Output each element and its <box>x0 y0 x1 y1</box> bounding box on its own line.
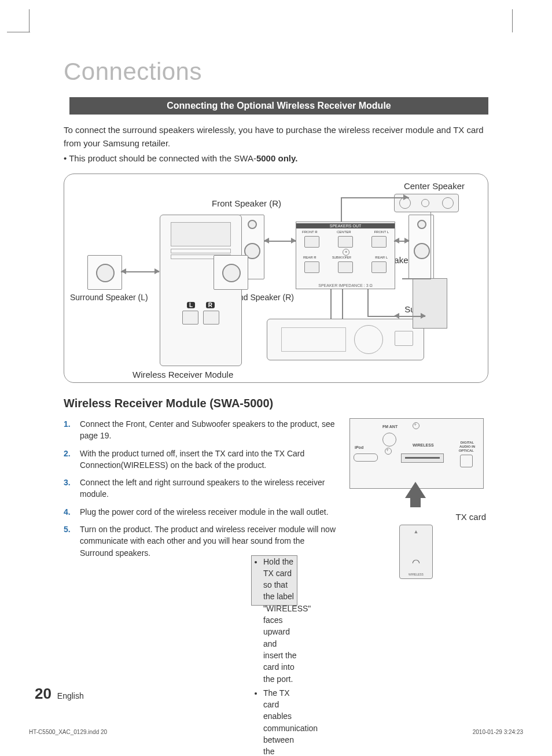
page-language: English <box>57 691 84 700</box>
port-label: SUBWOOFER <box>332 256 351 259</box>
label-center-speaker: Center Speaker <box>404 181 465 191</box>
main-unit-icon <box>267 319 424 360</box>
source-file: HT-C5500_XAC_0129.indd 20 <box>29 729 107 735</box>
step-text: Connect the left and right surround spea… <box>80 478 325 499</box>
label-optical: OPTICAL <box>459 449 474 452</box>
port-label: REAR R <box>303 256 317 259</box>
label-front-r: Front Speaker (R) <box>212 198 281 208</box>
page-title: Connections <box>64 58 517 86</box>
step-subitem: Hold the TX card so that the label "WIRE… <box>263 556 297 685</box>
intro-bullet: • This product should be connected with … <box>64 153 488 163</box>
step-item: Connect the left and right surround spea… <box>64 477 338 500</box>
step-sublist: Hold the TX card so that the label "WIRE… <box>251 555 297 606</box>
tx-card-diagram: FM ANT iPod WIRELESS DIGITAL AUDIO IN OP… <box>349 418 488 579</box>
port-label: FRONT L <box>374 230 389 234</box>
surround-r-speaker-icon <box>214 255 248 290</box>
subwoofer-icon <box>413 278 447 329</box>
wireless-receiver-icon: L R <box>160 215 242 366</box>
step-item: Turn on the product. The product and wir… <box>64 523 338 559</box>
label-R: R <box>206 302 215 308</box>
section-heading: Wireless Receiver Module (SWA-5000) <box>64 397 488 410</box>
surround-l-speaker-icon <box>87 255 122 290</box>
crop-mark <box>7 32 30 32</box>
section-banner: Connecting the Optional Wireless Receive… <box>69 97 488 115</box>
tx-card-small-label: WIRELESS <box>400 573 432 576</box>
page-footer: 20 English <box>35 685 84 703</box>
wiring-diagram: Center Speaker Front Speaker (R) Front S… <box>64 174 488 383</box>
step-subitem: The TX card enables communication betwee… <box>263 687 297 756</box>
crop-mark <box>29 9 30 32</box>
page-number: 20 <box>35 685 51 702</box>
label-tx-card: TX card <box>455 512 486 522</box>
crop-mark <box>512 9 513 32</box>
port-label: REAR L <box>375 256 388 259</box>
up-arrow-icon <box>405 482 426 498</box>
intro-text: To connect the surround speakers wireles… <box>64 124 488 150</box>
label-digital-audio: DIGITAL AUDIO IN <box>459 441 475 448</box>
print-datetime: 2010-01-29 3:24:23 <box>473 729 523 735</box>
bullet-bold: 5000 only. <box>256 153 297 163</box>
step-item: With the product turned off, insert the … <box>64 448 338 471</box>
step-text: Turn on the product. The product and wir… <box>80 525 336 558</box>
port-label: CENTER <box>337 230 351 234</box>
tx-card-icon: ◠ WIRELESS <box>399 525 433 579</box>
port-label: FRONT R <box>302 230 318 234</box>
label-fm-ant: FM ANT <box>382 425 398 429</box>
label-impedance: SPEAKER IMPEDANCE : 3 Ω <box>296 283 395 287</box>
label-wrm: Wireless Receiver Module <box>133 370 233 379</box>
step-item: Plug the power cord of the wireless rece… <box>64 506 338 518</box>
step-text: Connect the Front, Center and Subwoofer … <box>80 419 334 440</box>
step-text: Plug the power cord of the wireless rece… <box>80 507 329 517</box>
label-speakers-out: SPEAKERS OUT <box>296 223 395 228</box>
unit-back-panel-icon: FM ANT iPod WIRELESS DIGITAL AUDIO IN OP… <box>349 418 484 489</box>
label-ipod: iPod <box>355 445 363 449</box>
bullet-text: • This product should be connected with … <box>64 153 256 163</box>
label-wireless: WIRELESS <box>413 443 434 447</box>
step-item: Connect the Front, Center and Subwoofer … <box>64 418 338 442</box>
step-text: With the product turned off, insert the … <box>80 449 304 470</box>
printer-footer: HT-C5500_XAC_0129.indd 20 2010-01-29 3:2… <box>29 728 523 735</box>
steps-column: Connect the Front, Center and Subwoofer … <box>64 418 338 579</box>
speaker-out-panel-icon: SPEAKERS OUT + FRONT R CENTER FRONT L RE… <box>296 222 395 289</box>
label-L: L <box>187 302 195 308</box>
label-surround-l: Surround Speaker (L) <box>70 293 148 302</box>
wireless-icon: ◠ <box>400 557 432 568</box>
